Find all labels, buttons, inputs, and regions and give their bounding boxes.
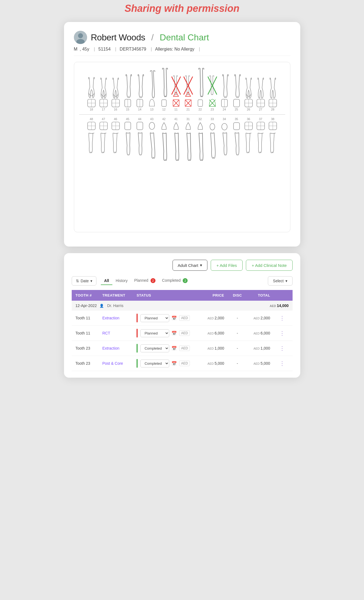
treatment-link-4[interactable]: Post & Core [102,361,123,366]
tooth-number-37: 37 [259,117,262,121]
more-button-1[interactable]: ⋮ [278,315,287,321]
tooth-37-crown[interactable]: 37 [255,117,266,131]
tooth-47-crown[interactable]: 47 [98,117,109,131]
tooth-36-root[interactable] [243,132,254,154]
tooth-27-crown[interactable]: 27 [255,98,266,112]
tooth-44-crown[interactable]: 44 [134,117,146,131]
tab-all[interactable]: All [101,277,112,285]
tooth-17-crown[interactable]: 17 [98,98,109,112]
tooth-34-root[interactable] [219,132,230,156]
tooth-number-45: 45 [126,117,129,121]
tooth-17-upper[interactable] [98,76,109,98]
status-select-1[interactable]: Planned Completed [140,314,169,322]
treatment-link-3[interactable]: Extraction [102,346,119,350]
tooth-11-upper[interactable] [170,75,182,98]
add-clinical-note-button[interactable]: + Add Clinical Note [246,260,292,271]
tooth-31-root[interactable] [182,132,194,162]
tooth-18-crown[interactable]: 18 [86,98,97,112]
more-button-3[interactable]: ⋮ [278,345,287,351]
tooth-21-upper[interactable] [182,75,194,98]
tooth-35-crown[interactable]: 35 [231,117,242,131]
tooth-45-root[interactable] [122,132,134,156]
tooth-22-upper[interactable] [194,68,206,98]
tooth-26-upper[interactable] [243,76,254,98]
tooth-22-crown[interactable]: 22 [194,98,206,112]
tooth-33-crown[interactable]: 33 [207,117,218,131]
treatment-link-1[interactable]: Extraction [102,316,119,320]
select-button[interactable]: Select ▾ [268,276,293,286]
tooth-25-upper[interactable] [231,74,242,98]
tooth-23-crown[interactable]: 23 [207,98,218,112]
tooth-48-root[interactable] [86,132,97,154]
tooth-41-root[interactable] [170,132,182,162]
tooth-18-upper[interactable] [86,76,97,98]
tooth-13-crown[interactable]: 13 [146,98,158,112]
tab-completed[interactable]: Completed 2 [159,277,191,285]
tooth-43-root[interactable] [146,132,158,160]
tooth-16-upper[interactable] [110,76,121,98]
tooth-11-crown[interactable]: 11 [170,98,182,112]
sort-button[interactable]: ⇅ Date ▾ [72,276,97,286]
tooth-43-crown[interactable]: 43 [146,117,158,131]
sort-icon: ⇅ [76,279,79,283]
more-button-2[interactable]: ⋮ [278,330,287,336]
dental-chart-box: 18 17 16 [74,62,290,232]
tooth-12-crown[interactable]: 12 [158,98,170,112]
tooth-16-crown[interactable]: 16 [110,98,121,112]
tooth-24-crown[interactable]: 24 [219,98,230,112]
tooth-47-root[interactable] [98,132,109,154]
tooth-12-upper[interactable] [158,68,170,98]
tooth-32-crown[interactable]: 32 [194,117,206,131]
tooth-number-17: 17 [102,108,105,111]
tooth-cell-1: Tooth 11 [72,311,99,326]
tooth-23-upper[interactable] [207,75,218,98]
tooth-42-crown[interactable]: 42 [158,117,170,131]
tooth-33-root[interactable] [207,132,218,160]
tooth-25-crown[interactable]: 25 [231,98,242,112]
tooth-36-crown[interactable]: 36 [243,117,254,131]
tooth-24-upper[interactable] [219,74,230,98]
tooth-14-crown[interactable]: 14 [134,98,146,112]
add-files-button[interactable]: + Add Files [211,260,243,271]
tooth-35-root[interactable] [231,132,242,156]
tooth-38-root[interactable] [267,132,279,154]
treatment-link-2[interactable]: RCT [102,331,110,335]
tooth-41-crown[interactable]: 41 [170,117,182,131]
tab-planned-label: Planned [134,278,148,283]
tooth-21-crown[interactable]: 21 [182,98,194,112]
tooth-number-14: 14 [138,108,141,111]
tooth-45-crown[interactable]: 45 [122,117,134,131]
status-select-3[interactable]: Planned Completed [140,344,169,352]
tooth-27-upper[interactable] [255,76,266,98]
tooth-34-crown[interactable]: 34 [219,117,230,131]
tab-history[interactable]: History [112,277,131,285]
tooth-28-crown[interactable]: 28 [267,98,279,112]
adult-chart-button[interactable]: Adult Chart ▾ [173,260,207,271]
tooth-37-root[interactable] [255,132,266,154]
tooth-14-upper[interactable] [134,74,146,98]
status-select-2[interactable]: Planned Completed [140,329,169,337]
calendar-icon-3[interactable]: 📅 [171,346,177,351]
calendar-icon-1[interactable]: 📅 [171,316,177,321]
tooth-26-crown[interactable]: 26 [243,98,254,112]
tooth-46-root[interactable] [110,132,121,154]
tooth-32-root[interactable] [194,132,206,162]
tooth-15-upper[interactable] [122,74,134,98]
tooth-28-upper[interactable] [267,76,279,98]
tooth-46-crown[interactable]: 46 [110,117,121,131]
tooth-42-root[interactable] [158,132,170,162]
more-button-4[interactable]: ⋮ [278,360,287,366]
tooth-number-15: 15 [126,108,129,111]
calendar-icon-2[interactable]: 📅 [171,331,177,336]
tooth-38-crown[interactable]: 38 [267,117,279,131]
tooth-13-upper[interactable] [146,70,158,98]
status-select-4[interactable]: Planned Completed [140,360,169,367]
calendar-icon-4[interactable]: 📅 [171,361,177,366]
tooth-15-crown[interactable]: 15 [122,98,134,112]
tab-planned[interactable]: Planned 2 [131,277,159,285]
tooth-44-root[interactable] [134,132,146,156]
tooth-31-crown[interactable]: 31 [182,117,194,131]
tooth-48-crown[interactable]: 48 [86,117,97,131]
patient-gender-age: M [74,47,77,51]
tooth-number-34: 34 [223,117,226,121]
